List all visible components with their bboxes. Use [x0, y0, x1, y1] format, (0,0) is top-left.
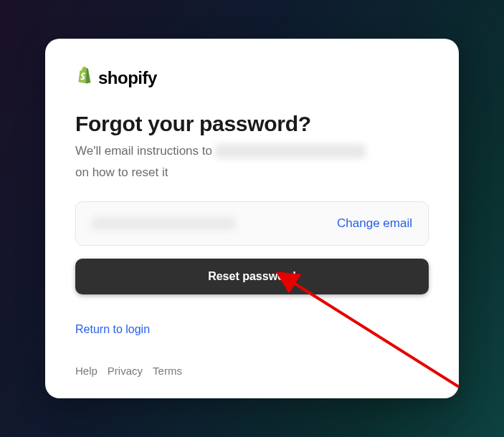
instructions-text: We'll email instructions to on how to re…	[75, 142, 429, 181]
brand-name: shopify	[98, 68, 157, 88]
change-email-link[interactable]: Change email	[337, 216, 412, 231]
instructions-suffix: on how to reset it	[75, 163, 168, 182]
privacy-link[interactable]: Privacy	[108, 365, 143, 377]
footer-links: Help Privacy Terms	[75, 365, 429, 377]
help-link[interactable]: Help	[75, 365, 98, 377]
brand-logo: shopify	[75, 66, 429, 90]
page-title: Forgot your password?	[75, 112, 429, 136]
redacted-email	[92, 217, 235, 230]
email-display-box: Change email	[75, 201, 429, 246]
reset-password-button[interactable]: Reset password	[75, 259, 429, 294]
return-to-login-link[interactable]: Return to login	[75, 323, 150, 336]
instructions-prefix: We'll email instructions to	[75, 142, 212, 160]
redacted-email-inline	[215, 144, 366, 158]
terms-link[interactable]: Terms	[153, 365, 182, 377]
password-reset-card: shopify Forgot your password? We'll emai…	[45, 39, 459, 398]
shopify-bag-icon	[75, 66, 94, 90]
